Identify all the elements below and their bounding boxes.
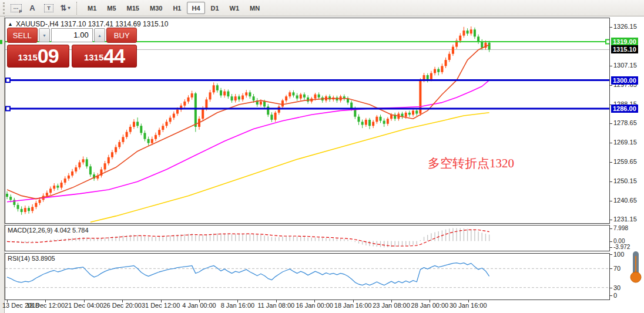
price-tick-label: 1269.15: [613, 139, 637, 146]
macd-label: MACD(12,26,9) 4.042 5.784: [8, 227, 89, 234]
timeframe-buttons: M1M5M15M30H1H4D1W1MN: [82, 2, 265, 14]
price-tick-mark: [610, 220, 612, 220]
mt4-chart-window: ⋯FAT⇅▾ M1M5M15M30H1H4D1W1MN ▲ XAUUSD-,H4…: [0, 0, 644, 313]
rsi-tick-label: 70: [613, 265, 620, 272]
rsi-canvas[interactable]: [5, 254, 609, 299]
macd-tick-mark: [610, 228, 612, 229]
timeframe-button-mn[interactable]: MN: [245, 2, 264, 14]
sell-price-main: 1315: [18, 49, 37, 66]
macd-tick-label: -3.972: [613, 244, 630, 250]
date-tick-label: 8 Jan 16:00: [221, 302, 255, 309]
rsi-tick-label: 100: [613, 251, 624, 258]
macd-canvas[interactable]: [5, 226, 609, 251]
timeframe-button-m5[interactable]: M5: [102, 2, 120, 14]
buy-price-pips: 44: [103, 45, 125, 66]
price-tick-mark: [610, 85, 612, 86]
macd-tick-label: 7.998: [613, 225, 628, 231]
textbox-glyph: T: [44, 4, 53, 12]
chart-title: ▲ XAUUSD-,H4 1317.10 1317.41 1314.69 131…: [8, 20, 168, 28]
rsi-tick-mark: [610, 268, 612, 269]
timeframe-button-m1[interactable]: M1: [83, 2, 101, 14]
volume-increase-button[interactable]: ▲: [94, 28, 106, 42]
timeframe-button-w1[interactable]: W1: [225, 2, 244, 14]
buy-price-main: 1315: [84, 49, 103, 66]
sell-button[interactable]: SELL: [7, 28, 38, 43]
price-tick-mark: [610, 66, 612, 66]
timeframe-button-m15[interactable]: M15: [122, 2, 144, 14]
timeframe-button-h1[interactable]: H1: [168, 2, 186, 14]
toolbar-separator: [76, 2, 79, 15]
symbol-triangle-icon: ▲: [8, 21, 13, 27]
timeframe-button-m30[interactable]: M30: [145, 2, 167, 14]
price-tick-label: 1240.65: [613, 197, 637, 204]
date-tick-label: 18 Dec 12:00: [26, 302, 65, 309]
date-tick-label: 16 Jan 00:00: [296, 302, 333, 309]
ma-mid-line: [7, 80, 489, 202]
rsi-tick-label: 0: [613, 292, 617, 299]
rsi-tick-mark: [610, 288, 612, 288]
price-tick-mark: [610, 201, 612, 201]
timeframe-button-d1[interactable]: D1: [206, 2, 224, 14]
current-price-label: 1315.10: [611, 45, 638, 53]
date-tick-label: 23 Jan 08:00: [373, 302, 410, 309]
text-a-icon[interactable]: A: [25, 2, 39, 15]
volume-decrease-button[interactable]: ▼: [39, 28, 51, 42]
dotted-region-glyph: ⋯F: [11, 4, 22, 12]
date-tick-label: 30 Jan 16:00: [450, 302, 487, 309]
level-price-label: 1286.00: [611, 105, 638, 113]
price-tick-label: 1307.15: [613, 62, 637, 69]
caret-down-icon: ▼: [42, 33, 46, 38]
macd-tick-label: 0.00: [613, 238, 625, 244]
toolbar-icons: ⋯FAT⇅▾: [8, 2, 73, 15]
price-tick-label: 1278.65: [613, 119, 637, 126]
dotted-region-f-icon[interactable]: ⋯F: [9, 2, 23, 15]
sell-price-pips: 09: [38, 45, 59, 66]
price-tick-label: 1259.65: [613, 158, 637, 165]
cursor-arrows-icon[interactable]: ⇅▾: [58, 2, 72, 15]
date-tick-label: 11 Jan 08:00: [257, 302, 294, 309]
date-tick-label: 21 Dec 04:00: [65, 302, 103, 309]
price-tick-label: 1326.15: [613, 23, 637, 30]
date-tick-label: 4 Jan 00:00: [182, 302, 216, 309]
price-tick-label: 1250.15: [613, 177, 637, 184]
caret-up-icon: ▲: [98, 33, 102, 38]
toolbar-grip[interactable]: [3, 2, 6, 14]
one-click-trading-panel: SELL ▼ 1.00 ▲ BUY 131509 131544: [7, 28, 137, 68]
buy-button[interactable]: BUY: [106, 28, 137, 43]
price-tick-mark: [610, 123, 612, 124]
buy-quote-button[interactable]: 131544: [72, 45, 137, 68]
volume-input[interactable]: 1.00: [51, 28, 92, 42]
price-tick-mark: [610, 181, 612, 182]
thermometer-icon: [628, 250, 643, 284]
left-border-strip: [0, 16, 5, 313]
rsi-tick-label: 30: [613, 284, 620, 291]
price-tick-label: 1231.15: [613, 216, 637, 223]
green-line-left-handle[interactable]: [0, 40, 2, 44]
chart-text-annotation[interactable]: 多空转折点1320: [428, 155, 514, 171]
dropdown-caret-icon: ▾: [68, 5, 70, 11]
chart-title-text: XAUUSD-,H4 1317.10 1317.41 1314.69 1315.…: [16, 20, 169, 28]
price-tick-mark: [610, 143, 612, 143]
level-price-label: 1319.00: [611, 38, 638, 46]
price-tick-mark: [610, 162, 612, 163]
macd-tick-mark: [610, 241, 612, 242]
timeframe-button-h4[interactable]: H4: [187, 2, 204, 14]
toolbar: ⋯FAT⇅▾ M1M5M15M30H1H4D1W1MN: [0, 0, 644, 16]
rsi-label: RSI(14) 53.8905: [8, 255, 55, 262]
level-price-label: 1300.00: [611, 76, 638, 85]
date-tick-label: 26 Dec 20:00: [103, 302, 141, 309]
macd-tick-mark: [610, 247, 612, 248]
arrows-glyph: ⇅: [61, 5, 67, 11]
date-tick-label: 18 Jan 16:00: [334, 302, 372, 309]
rsi-tick-mark: [610, 295, 612, 296]
date-tick-label: 31 Dec 12:00: [142, 302, 180, 309]
rsi-tick-mark: [610, 254, 612, 255]
price-tick-mark: [610, 27, 612, 28]
date-tick-label: 28 Jan 00:00: [411, 302, 449, 309]
textbox-t-icon[interactable]: T: [42, 2, 56, 15]
sell-quote-button[interactable]: 131509: [7, 45, 69, 68]
